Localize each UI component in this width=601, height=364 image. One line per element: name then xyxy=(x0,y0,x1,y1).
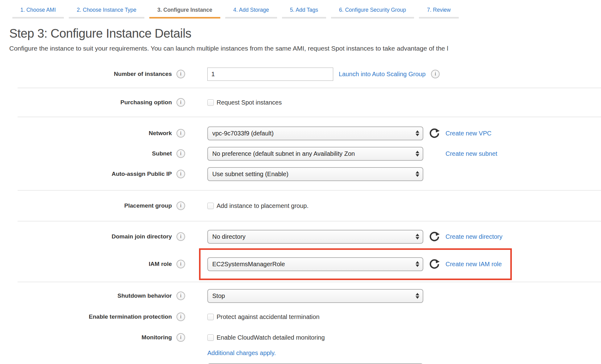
subnet-select-value: No preference (default subnet in any Ava… xyxy=(212,150,355,157)
auto-assign-public-ip-value: Use subnet setting (Enable) xyxy=(212,171,288,178)
row-monitoring: Monitoring Enable CloudWatch detailed mo… xyxy=(0,329,601,346)
row-purchasing-option: Purchasing option Request Spot instances xyxy=(0,90,601,114)
refresh-icon[interactable] xyxy=(429,128,440,139)
domain-join-directory-value: No directory xyxy=(212,233,246,240)
info-icon[interactable] xyxy=(176,232,185,241)
info-icon[interactable] xyxy=(176,260,185,268)
info-icon[interactable] xyxy=(176,292,185,300)
tab-choose-instance-type[interactable]: 2. Choose Instance Type xyxy=(69,4,144,19)
divider xyxy=(18,117,601,117)
row-termination-protection: Enable termination protection Protect ag… xyxy=(0,307,601,326)
info-icon[interactable] xyxy=(176,333,185,342)
placement-group-label: Placement group xyxy=(124,202,172,209)
tab-add-storage[interactable]: 4. Add Storage xyxy=(225,4,277,19)
tab-choose-ami[interactable]: 1. Choose AMI xyxy=(12,4,64,19)
placement-group-checkbox-label: Add instance to placement group. xyxy=(217,202,309,209)
highlight-box: EC2SystemsManagerRole Create new IAM rol… xyxy=(199,248,512,280)
row-additional-charges: Additional charges apply. xyxy=(0,346,601,360)
placement-group-checkbox[interactable] xyxy=(207,203,214,209)
row-auto-assign-public-ip: Auto-assign Public IP Use subnet setting… xyxy=(0,164,601,184)
info-icon[interactable] xyxy=(176,70,185,78)
tab-add-tags[interactable]: 5. Add Tags xyxy=(282,4,326,19)
termination-protection-label: Enable termination protection xyxy=(89,313,172,320)
network-group: Network vpc-9c7033f9 (default) Create ne… xyxy=(0,119,601,188)
termination-protection-checkbox-label: Protect against accidental termination xyxy=(217,313,320,321)
info-icon[interactable] xyxy=(176,149,185,158)
auto-assign-public-ip-select[interactable]: Use subnet setting (Enable) xyxy=(207,167,423,181)
create-new-subnet-link[interactable]: Create new subnet xyxy=(446,150,497,157)
select-spinner-icon xyxy=(416,261,419,267)
row-iam-role: IAM role EC2SystemsManagerRole Create ne… xyxy=(0,249,601,279)
additional-charges-link[interactable]: Additional charges apply. xyxy=(207,350,276,357)
create-new-directory-link[interactable]: Create new directory xyxy=(446,233,503,240)
configure-instance-form: Number of instances Launch into Auto Sca… xyxy=(0,63,601,364)
auto-assign-public-ip-label: Auto-assign Public IP xyxy=(112,171,172,177)
purchasing-option-label: Purchasing option xyxy=(120,99,172,106)
info-icon[interactable] xyxy=(176,170,185,178)
info-icon[interactable] xyxy=(431,70,440,78)
wizard-tabbar: 1. Choose AMI 2. Choose Instance Type 3.… xyxy=(0,0,601,19)
network-label: Network xyxy=(149,130,172,137)
info-icon[interactable] xyxy=(176,201,185,210)
row-domain-join-directory: Domain join directory No directory Creat… xyxy=(0,225,601,249)
info-icon[interactable] xyxy=(176,312,185,321)
monitoring-checkbox-label: Enable CloudWatch detailed monitoring xyxy=(217,334,325,341)
divider xyxy=(18,282,601,282)
domain-join-directory-select[interactable]: No directory xyxy=(207,230,423,244)
row-placement-group: Placement group Add instance to placemen… xyxy=(0,193,601,219)
row-shutdown-behavior: Shutdown behavior Stop xyxy=(0,284,601,307)
tab-review[interactable]: 7. Review xyxy=(419,4,459,19)
info-icon[interactable] xyxy=(176,129,185,138)
network-select-value: vpc-9c7033f9 (default) xyxy=(212,130,274,137)
select-spinner-icon xyxy=(416,293,419,299)
subnet-select[interactable]: No preference (default subnet in any Ava… xyxy=(207,147,423,161)
shutdown-behavior-value: Stop xyxy=(212,292,225,300)
row-network: Network vpc-9c7033f9 (default) Create ne… xyxy=(0,123,601,143)
create-new-iam-role-link[interactable]: Create new IAM role xyxy=(446,261,502,268)
monitoring-label: Monitoring xyxy=(142,334,172,341)
info-icon[interactable] xyxy=(176,98,185,107)
divider xyxy=(18,221,601,221)
shutdown-behavior-label: Shutdown behavior xyxy=(118,292,172,299)
select-spinner-icon xyxy=(416,171,419,177)
iam-role-value: EC2SystemsManagerRole xyxy=(212,261,285,268)
request-spot-checkbox[interactable] xyxy=(207,99,214,106)
page-title: Step 3: Configure Instance Details xyxy=(9,27,601,40)
select-spinner-icon xyxy=(416,234,419,240)
refresh-icon[interactable] xyxy=(429,231,440,242)
termination-protection-checkbox[interactable] xyxy=(207,314,214,320)
number-of-instances-label: Number of instances xyxy=(114,71,172,77)
tab-configure-security-group[interactable]: 6. Configure Security Group xyxy=(331,4,414,19)
monitoring-checkbox[interactable] xyxy=(207,334,214,341)
iam-role-label: IAM role xyxy=(149,261,172,267)
row-subnet: Subnet No preference (default subnet in … xyxy=(0,143,601,164)
subnet-label: Subnet xyxy=(152,150,172,157)
page-description: Configure the instance to suit your requ… xyxy=(9,45,601,52)
request-spot-label: Request Spot instances xyxy=(217,99,282,106)
domain-join-directory-label: Domain join directory xyxy=(112,233,172,240)
select-spinner-icon xyxy=(416,151,419,157)
divider xyxy=(18,88,601,88)
divider xyxy=(18,190,601,191)
shutdown-behavior-select[interactable]: Stop xyxy=(207,289,423,303)
number-of-instances-input[interactable] xyxy=(207,68,333,81)
refresh-icon[interactable] xyxy=(429,259,440,270)
launch-into-asg-link[interactable]: Launch into Auto Scaling Group xyxy=(339,71,425,78)
iam-role-select[interactable]: EC2SystemsManagerRole xyxy=(207,257,423,271)
select-spinner-icon xyxy=(416,130,419,136)
network-select[interactable]: vpc-9c7033f9 (default) xyxy=(207,126,423,140)
create-new-vpc-link[interactable]: Create new VPC xyxy=(446,130,491,137)
tab-configure-instance[interactable]: 3. Configure Instance xyxy=(149,4,220,19)
row-number-of-instances: Number of instances Launch into Auto Sca… xyxy=(0,63,601,85)
page-header: Step 3: Configure Instance Details Confi… xyxy=(9,27,601,52)
